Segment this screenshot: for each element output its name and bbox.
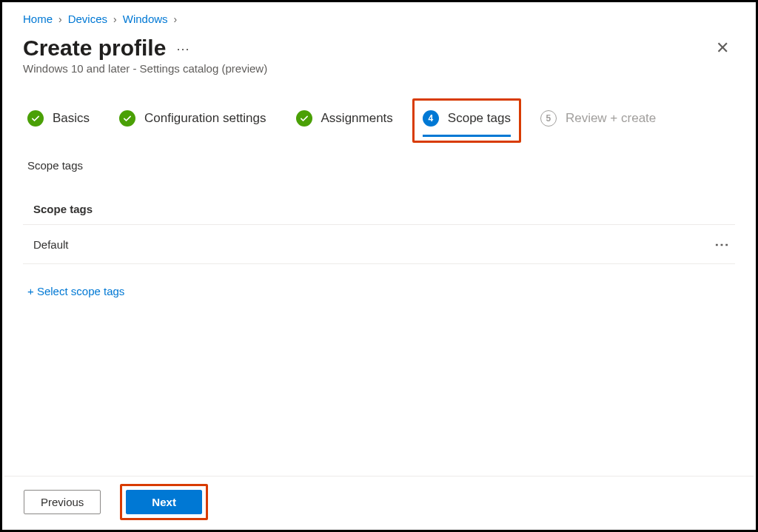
breadcrumb: Home › Devices › Windows › [23,13,735,25]
step-configuration-settings[interactable]: Configuration settings [119,110,266,127]
step-label: Review + create [566,111,656,126]
breadcrumb-windows[interactable]: Windows [123,13,168,25]
scope-tag-value: Default [33,238,69,251]
page-subtitle: Windows 10 and later - Settings catalog … [23,62,735,75]
step-number-badge: 5 [540,110,557,127]
step-label: Scope tags [448,111,511,126]
active-underline [423,135,511,137]
table-row: Default ⋯ [23,225,735,264]
select-scope-tags-link[interactable]: + Select scope tags [23,285,735,297]
step-basics[interactable]: Basics [27,110,90,127]
next-button[interactable]: Next [126,490,202,514]
check-icon [27,110,44,127]
chevron-right-icon: › [174,13,178,25]
more-options-icon[interactable]: ⋯ [176,41,191,57]
section-label: Scope tags [23,159,735,172]
check-icon [119,110,135,127]
breadcrumb-home[interactable]: Home [23,13,53,25]
wizard-footer: Previous Next [4,476,754,528]
step-label: Assignments [321,111,393,126]
step-review-create[interactable]: 5 Review + create [540,110,656,127]
chevron-right-icon: › [58,13,62,25]
step-label: Configuration settings [144,111,266,126]
previous-button[interactable]: Previous [24,490,101,514]
table-header-scope-tags: Scope tags [23,203,735,225]
check-icon [296,110,312,127]
wizard-steps: Basics Configuration settings Assignment… [23,110,735,127]
page-title: Create profile [23,36,166,61]
chevron-right-icon: › [113,13,117,25]
breadcrumb-devices[interactable]: Devices [68,13,107,25]
close-icon[interactable]: ✕ [710,36,735,61]
step-scope-tags[interactable]: 4 Scope tags [423,110,511,127]
step-assignments[interactable]: Assignments [296,110,393,127]
step-label: Basics [53,111,90,126]
step-number-badge: 4 [423,110,439,127]
row-more-icon[interactable]: ⋯ [714,235,731,253]
